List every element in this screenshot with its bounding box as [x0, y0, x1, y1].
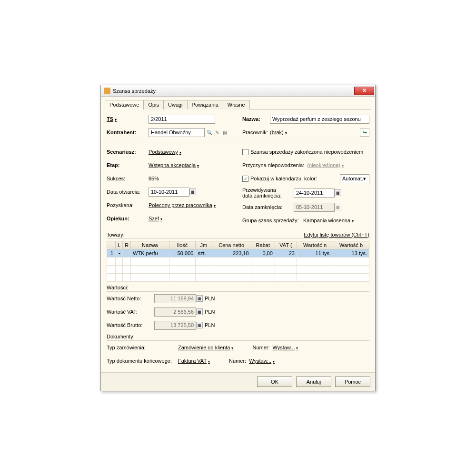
show-calendar-checkbox[interactable]: ✓ [242, 176, 248, 182]
failed-checkbox[interactable] [242, 149, 248, 155]
fail-reason-label: Przyczyna niepowodzenia: [242, 162, 304, 168]
open-date-label: Data otwarcia: [107, 189, 149, 195]
open-date-input[interactable]: 10-10-2011 [149, 188, 189, 197]
tab-wlasne[interactable]: Własne [223, 100, 250, 109]
documents-section-label: Dokumenty: [107, 334, 135, 339]
group-dropdown[interactable]: Kampania wiosenna [303, 218, 354, 223]
brutto-label: Wartość Brutto: [107, 322, 154, 328]
stage-dropdown[interactable]: Wstępna akceptacja [149, 162, 199, 168]
acquired-dropdown[interactable]: Polecony przez pracownika [149, 202, 216, 208]
vat-label: Wartość VAT: [107, 309, 154, 315]
numer-label: Numer: [252, 345, 269, 350]
netto-value: 11 158,94 [154, 294, 196, 303]
ok-button[interactable]: OK [257, 377, 292, 387]
fail-reason-dropdown[interactable]: (nieokreślone) [307, 162, 344, 168]
calc-icon[interactable]: ▦ [196, 308, 203, 315]
success-value: 65% [149, 176, 159, 181]
owner-label: Opiekun: [107, 216, 149, 221]
employee-dropdown[interactable]: (brak) [270, 129, 287, 135]
vat-value: 2 566,56 [154, 307, 196, 317]
scenario-label: Scenariusz: [107, 149, 149, 155]
export-button[interactable]: ↪ [360, 128, 369, 137]
table-row[interactable]: 1▪ WTK perfu50,000szt. 223,180,0023 11 t… [107, 249, 369, 258]
final-doc-label: Typ dokumentu końcowego: [107, 358, 178, 364]
goods-section-label: Towary: [107, 232, 125, 238]
final-doc-dropdown[interactable]: Faktura VAT [178, 358, 210, 364]
window-title: Szansa sprzedaży [113, 88, 354, 94]
color-select[interactable]: Automat. ▾ [340, 174, 369, 183]
group-label: Grupa szans sprzedaży: [242, 218, 303, 223]
tab-powiazania[interactable]: Powiązania [187, 100, 223, 109]
calc-icon[interactable]: ▦ [196, 295, 203, 302]
tab-podstawowe[interactable]: Podstawowe [105, 100, 144, 109]
calendar-icon: ▦ [335, 204, 341, 210]
order-type-label: Typ zamówienia: [107, 345, 178, 350]
edit-icon[interactable]: ✎ [214, 129, 220, 136]
tab-strip: Podstawowe Opis Uwagi Powiązania Własne [105, 99, 371, 109]
tab-uwagi[interactable]: Uwagi [163, 100, 188, 109]
success-label: Sukces: [107, 176, 149, 181]
calc-icon[interactable]: ▦ [196, 322, 203, 328]
expected-close-label: Przewidywana data zamknięcia: [242, 187, 294, 198]
expected-close-input[interactable]: 24-10-2011 [294, 188, 335, 198]
close-date-label: Data zamknięcia: [242, 204, 294, 210]
dialog-window: Szansa sprzedaży ✕ Podstawowe Opis Uwagi… [100, 85, 376, 391]
app-icon [104, 88, 110, 94]
close-date-input: 05-10-2011 [294, 203, 335, 212]
numer-label-2: Numer: [229, 358, 246, 364]
edit-goods-link[interactable]: Edytuj listę towarów (Ctrl+T) [304, 232, 369, 238]
search-icon[interactable]: 🔍 [206, 129, 213, 136]
name-input[interactable]: Wyprzedaż perfum z zeszłego sezonu [270, 115, 369, 124]
brutto-value: 13 725,50 [154, 321, 196, 330]
show-calendar-label: Pokazuj w kalendarzu, kolor: [250, 176, 317, 181]
titlebar[interactable]: Szansa sprzedaży ✕ [101, 85, 375, 97]
numer-dropdown-2[interactable]: Wystaw... [249, 358, 275, 364]
calendar-icon[interactable]: ▦ [335, 189, 341, 196]
calendar-icon[interactable]: ▦ [189, 188, 196, 195]
cancel-button[interactable]: Anuluj [296, 377, 331, 387]
stage-label: Etap: [107, 162, 149, 168]
acquired-label: Pozyskana: [107, 202, 149, 208]
scenario-dropdown[interactable]: Podstawowy [149, 149, 181, 155]
goods-table[interactable]: LR NazwaIlośćJmCena netto RabatVAT (Wart… [107, 241, 369, 282]
contractor-label: Kontrahent: [107, 129, 149, 135]
list-icon[interactable]: ▤ [221, 129, 228, 136]
close-button[interactable]: ✕ [354, 87, 374, 95]
netto-label: Wartość Netto: [107, 296, 154, 301]
ts-input[interactable]: 2/2011 [149, 115, 215, 124]
values-section-label: Wartości: [107, 285, 128, 290]
name-label: Nazwa: [242, 116, 270, 122]
tab-opis[interactable]: Opis [143, 100, 164, 109]
owner-dropdown[interactable]: Szef [149, 216, 162, 221]
employee-label: Pracownik: [242, 129, 270, 135]
ts-label[interactable]: TS [107, 116, 149, 122]
help-button[interactable]: Pomoc [335, 377, 370, 387]
contractor-input[interactable]: Handel Obwoźny [149, 128, 205, 137]
failed-label: Szansa sprzedaży zakończona niepowodzeni… [250, 149, 363, 155]
numer-dropdown[interactable]: Wystaw... [273, 345, 298, 350]
order-type-dropdown[interactable]: Zamówienie od klienta [178, 345, 233, 350]
